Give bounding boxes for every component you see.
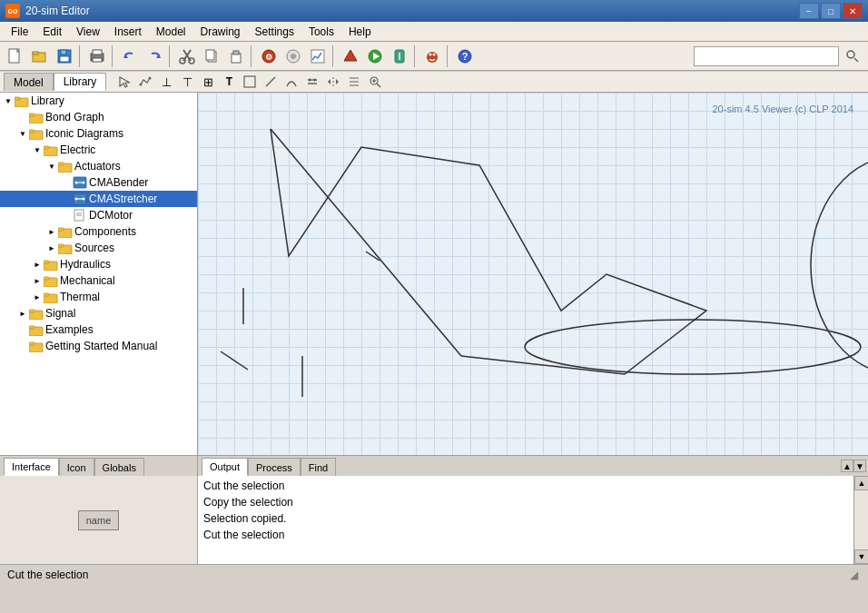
redo-button[interactable]	[143, 44, 166, 68]
search-input[interactable]	[694, 46, 839, 66]
settings-button[interactable]	[281, 44, 305, 68]
tree-icon-library	[15, 94, 29, 108]
pen-button[interactable]	[388, 44, 411, 68]
shape-button[interactable]	[339, 44, 362, 68]
scroll-up[interactable]: ▲	[854, 476, 868, 490]
menu-item-view[interactable]: View	[69, 23, 107, 41]
tree-arrow-cmastretcher	[60, 193, 73, 205]
menu-item-edit[interactable]: Edit	[35, 23, 69, 41]
tree-item-cmabender[interactable]: CMABender	[0, 174, 197, 191]
tree-item-gettingstarted[interactable]: Getting Started Manual	[0, 338, 197, 354]
search-button[interactable]	[841, 44, 864, 68]
compile-button[interactable]: ⚙	[257, 44, 281, 68]
menu-item-model[interactable]: Model	[149, 23, 193, 41]
output-tab-output[interactable]: Output	[202, 458, 248, 476]
separator-2	[112, 45, 115, 67]
bottom-tab-icon[interactable]: Icon	[59, 458, 94, 476]
output-scrollbar[interactable]: ▲ ▼	[853, 476, 868, 564]
minimize-button[interactable]: −	[799, 3, 819, 19]
menu-bar: FileEditViewInsertModelDrawingSettingsTo…	[0, 22, 868, 42]
svg-point-37	[140, 84, 143, 86]
menu-item-tools[interactable]: Tools	[301, 23, 341, 41]
print-button[interactable]	[85, 44, 109, 68]
connect-tool[interactable]	[135, 73, 155, 91]
open-button[interactable]	[28, 44, 52, 68]
title-bar: oo 20-sim Editor − □ ✕	[0, 0, 868, 22]
zoom-tool[interactable]	[365, 73, 385, 91]
grid-tool[interactable]: ⊞	[198, 73, 218, 91]
menu-item-help[interactable]: Help	[341, 23, 379, 41]
tree-item-library[interactable]: ▼ Library	[0, 93, 197, 109]
tab-library[interactable]: Library	[54, 73, 107, 91]
output-tab-process[interactable]: Process	[248, 458, 301, 476]
curve-tool[interactable]	[281, 73, 301, 91]
debug-button[interactable]	[420, 44, 444, 68]
svg-rect-16	[206, 50, 214, 60]
expand-bottom-button[interactable]: ▲	[841, 460, 853, 472]
undo-button[interactable]	[118, 44, 142, 68]
tree-item-actuators[interactable]: ▼ Actuators	[0, 158, 197, 174]
paste-button[interactable]	[224, 44, 248, 68]
tree-icon-iconic	[29, 126, 44, 141]
status-text: Cut the selection	[7, 569, 88, 581]
tree-icon-actuators	[58, 159, 73, 173]
svg-point-72	[83, 198, 85, 201]
help-button[interactable]: ?	[453, 44, 477, 68]
tree-item-signal[interactable]: ► Signal	[0, 305, 197, 321]
svg-point-68	[83, 182, 85, 184]
tree-label-gettingstarted: Getting Started Manual	[45, 340, 157, 352]
svg-rect-56	[15, 97, 20, 100]
svg-line-52	[377, 84, 380, 87]
copy-button[interactable]	[200, 44, 223, 68]
maximize-button[interactable]: □	[821, 3, 841, 19]
tree-item-mechanical[interactable]: ► Mechanical	[0, 272, 197, 289]
perpendicular-tool[interactable]: ⊥	[156, 73, 176, 91]
tree-label-examples: Examples	[45, 323, 94, 336]
output-tab-find[interactable]: Find	[301, 458, 336, 476]
svg-rect-18	[233, 51, 239, 54]
line-tool[interactable]	[261, 73, 281, 91]
close-button[interactable]: ✕	[843, 3, 863, 19]
tree-icon-cmabender	[73, 175, 87, 190]
tree-item-hydraulics[interactable]: ► Hydraulics	[0, 256, 197, 272]
tree-item-examples[interactable]: Examples	[0, 321, 197, 338]
tree-icon-hydraulics	[44, 257, 58, 272]
scroll-down[interactable]: ▼	[854, 549, 868, 564]
move-tool[interactable]	[302, 73, 322, 91]
cut-button[interactable]	[175, 44, 199, 68]
collapse-bottom-button[interactable]: ▼	[853, 460, 866, 472]
tree-icon-mechanical	[44, 273, 58, 288]
chart-button[interactable]	[306, 44, 330, 68]
tab-model[interactable]: Model	[4, 73, 54, 91]
select-tool[interactable]	[114, 73, 134, 91]
tree-item-dcmotor[interactable]: DCMotor	[0, 207, 197, 223]
menu-item-file[interactable]: File	[4, 23, 35, 41]
tree-arrow-iconic: ▼	[16, 127, 29, 140]
output-line: Cut the selection	[202, 478, 864, 494]
menu-item-settings[interactable]: Settings	[248, 23, 301, 41]
run-button[interactable]	[363, 44, 387, 68]
tree-item-sources[interactable]: ► Sources	[0, 240, 197, 256]
text-tool[interactable]: T	[219, 73, 239, 91]
parallel-tool[interactable]: ⊤	[177, 73, 197, 91]
flip-tool[interactable]	[323, 73, 343, 91]
bottom-tab-globals[interactable]: Globals	[94, 458, 144, 476]
save-button[interactable]	[53, 44, 76, 68]
menu-item-drawing[interactable]: Drawing	[193, 23, 248, 41]
tree-item-bondgraph[interactable]: Bond Graph	[0, 109, 197, 125]
new-button[interactable]	[4, 44, 27, 68]
svg-text:⚙: ⚙	[265, 53, 272, 62]
tree-item-thermal[interactable]: ► Thermal	[0, 289, 197, 305]
align-tool[interactable]	[344, 73, 364, 91]
svg-rect-62	[44, 146, 49, 149]
tree-item-iconic[interactable]: ▼ Iconic Diagrams	[0, 125, 197, 142]
tree-item-components[interactable]: ► Components	[0, 223, 197, 240]
tree-item-cmastretcher[interactable]: CMAStretcher	[0, 191, 197, 207]
bottom-tab-interface[interactable]: Interface	[4, 458, 59, 476]
tree-item-electric[interactable]: ▼ Electric	[0, 142, 197, 158]
menu-item-insert[interactable]: Insert	[107, 23, 149, 41]
svg-rect-91	[29, 342, 35, 345]
resize-handle[interactable]: ◢	[846, 568, 861, 582]
rect-tool[interactable]	[240, 73, 260, 91]
svg-rect-2	[33, 52, 38, 54]
